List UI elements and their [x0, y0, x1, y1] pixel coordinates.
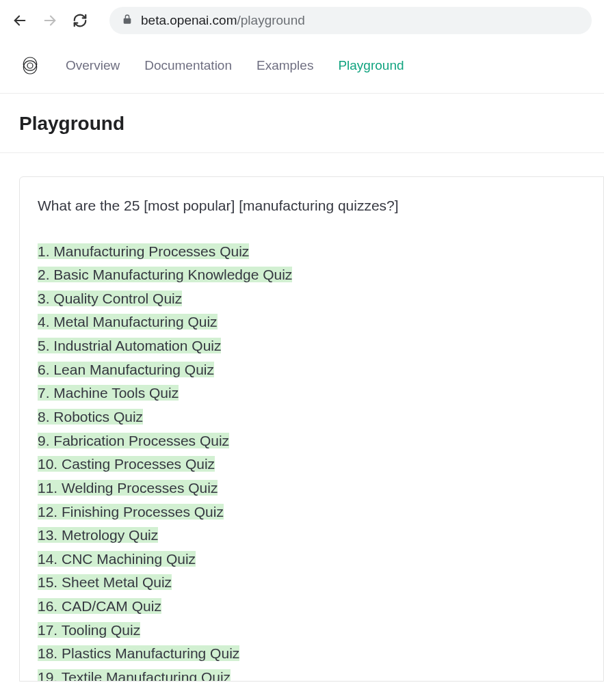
completion-item: 19. Textile Manufacturing Quiz — [38, 669, 231, 681]
address-bar[interactable]: beta.openai.com/playground — [109, 7, 592, 34]
browser-toolbar: beta.openai.com/playground — [0, 0, 604, 41]
nav-arrows — [12, 13, 88, 28]
svg-point-2 — [27, 63, 33, 68]
completion-item: 9. Fabrication Processes Quiz — [38, 433, 229, 448]
nav-link-examples[interactable]: Examples — [257, 58, 313, 73]
completion-item: 16. CAD/CAM Quiz — [38, 598, 161, 614]
completion-item: 8. Robotics Quiz — [38, 409, 143, 425]
completion-item: 13. Metrology Quiz — [38, 527, 158, 543]
completion-item: 7. Machine Tools Quiz — [38, 385, 179, 401]
page-title-section: Playground — [0, 94, 604, 153]
playground-editor[interactable]: What are the 25 [most popular] [manufact… — [19, 176, 604, 682]
completion-item: 4. Metal Manufacturing Quiz — [38, 314, 218, 329]
completion-item: 5. Industrial Automation Quiz — [38, 338, 221, 353]
completion-item: 18. Plastics Manufacturing Quiz — [38, 645, 239, 661]
prompt-text: What are the 25 [most popular] [manufact… — [38, 195, 586, 217]
completion-item: 12. Finishing Processes Quiz — [38, 504, 224, 520]
content-area: What are the 25 [most popular] [manufact… — [0, 153, 604, 682]
openai-logo-icon[interactable] — [19, 55, 41, 77]
nav-link-playground[interactable]: Playground — [338, 58, 404, 73]
page-title: Playground — [19, 113, 585, 135]
lock-icon — [122, 13, 133, 28]
completion-item: 3. Quality Control Quiz — [38, 291, 182, 306]
forward-button[interactable] — [42, 13, 57, 28]
site-header: Overview Documentation Examples Playgrou… — [0, 41, 604, 94]
back-button[interactable] — [12, 13, 27, 28]
completion-item: 14. CNC Machining Quiz — [38, 551, 196, 567]
completion-item: 15. Sheet Metal Quiz — [38, 574, 172, 590]
reload-button[interactable] — [73, 13, 88, 28]
completion-item: 2. Basic Manufacturing Knowledge Quiz — [38, 267, 292, 282]
completion-item: 1. Manufacturing Processes Quiz — [38, 243, 249, 259]
completion-item: 6. Lean Manufacturing Quiz — [38, 362, 214, 377]
nav-link-documentation[interactable]: Documentation — [144, 58, 232, 73]
completion-item: 17. Tooling Quiz — [38, 622, 140, 638]
completion-item: 10. Casting Processes Quiz — [38, 456, 215, 472]
completion-item: 11. Welding Processes Quiz — [38, 480, 218, 496]
completion-list: 1. Manufacturing Processes Quiz 2. Basic… — [38, 240, 586, 682]
url-text: beta.openai.com/playground — [141, 13, 305, 28]
nav-link-overview[interactable]: Overview — [66, 58, 120, 73]
